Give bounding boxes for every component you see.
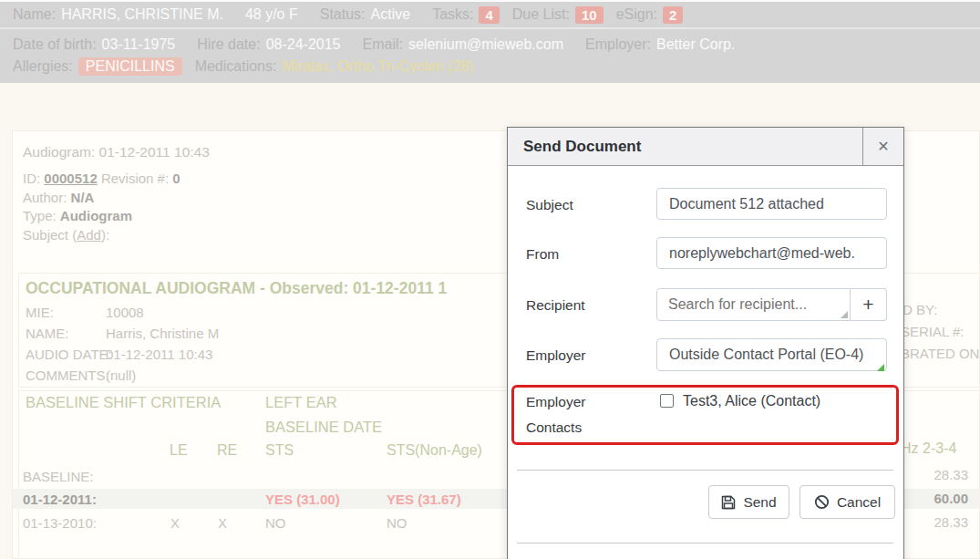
- col-header-le: LE: [170, 442, 188, 459]
- doc-subject-label: Subject (: [23, 227, 77, 243]
- patient-age-sex: 48 y/o F: [245, 6, 298, 23]
- cancel-icon: [814, 494, 830, 510]
- col-header-sts: STS: [265, 442, 294, 459]
- resize-grip-green-icon[interactable]: [877, 364, 884, 371]
- contact-checkbox[interactable]: [660, 394, 674, 408]
- doc-id-link[interactable]: 0000512: [44, 171, 97, 186]
- doc-id-label: ID:: [23, 171, 40, 186]
- from-input[interactable]: [656, 237, 887, 269]
- due-list-count-badge[interactable]: 10: [575, 6, 603, 24]
- col-header-sts-nonage: STS(Non-Age): [387, 442, 482, 459]
- hire-date-label: Hire date:: [197, 36, 260, 53]
- doc-fragment: D BY:: [903, 302, 937, 317]
- doc-author-label: Author:: [23, 190, 67, 205]
- audiogram-row-label: COMMENTS:: [26, 367, 109, 383]
- dob-value: 03-11-1975: [102, 36, 176, 53]
- col-header-re: RE: [217, 442, 237, 459]
- document-meta: ID: 0000512 Revision #: 0 Author: N/A Ty…: [23, 170, 181, 244]
- audiogram-row-value: 10008: [106, 305, 144, 320]
- hire-date-value: 08-24-2015: [266, 36, 341, 53]
- audiogram-row-label: AUDIO DATE:: [26, 347, 112, 362]
- status-label: Status:: [320, 6, 366, 23]
- baseline-row-label: 01-13-2010:: [23, 515, 97, 531]
- recipient-input-group: +: [656, 288, 887, 321]
- baseline-row-sts-nonage: NO: [387, 515, 407, 531]
- send-document-modal: Send Document ✕ Subject From Recipient +…: [507, 127, 904, 559]
- baseline-row-label: BASELINE:: [23, 469, 94, 484]
- recipient-label: Recipient: [526, 297, 585, 314]
- patient-header: Name: HARRIS, CHRISTINE M. 48 y/o F Stat…: [0, 0, 980, 83]
- doc-subject-suffix: ):: [101, 227, 109, 243]
- medications-label: Medications:: [195, 58, 277, 75]
- doc-revision-value: 0: [172, 171, 180, 186]
- baseline-row-hz: 60.00: [904, 491, 968, 506]
- col-header-hz: Hz 2-3-4: [901, 440, 956, 457]
- audiogram-row-value: (null): [106, 367, 136, 383]
- employer-field-label: Employer: [526, 347, 585, 364]
- doc-revision-label: Revision #:: [101, 171, 169, 186]
- email-value: selenium@mieweb.com: [408, 36, 563, 53]
- doc-fragment: SERIAL #:: [901, 324, 964, 339]
- employer-select[interactable]: Outside Contact Portal (EO-4): [656, 338, 887, 371]
- document-title: Audiogram: 01-12-2011 10:43: [23, 144, 210, 160]
- name-label: Name:: [13, 6, 56, 23]
- doc-fragment: BRATED ON: [901, 346, 979, 361]
- save-icon: [721, 495, 736, 510]
- employer-contacts-label: Employer Contacts: [526, 389, 585, 440]
- recipient-search-input[interactable]: [656, 288, 851, 321]
- audiogram-row-label: NAME:: [26, 326, 69, 341]
- baseline-row-sts: YES (31.00): [265, 492, 340, 507]
- patient-name: HARRIS, CHRISTINE M.: [61, 6, 223, 23]
- subject-label: Subject: [526, 197, 573, 213]
- baseline-ear-heading: LEFT EAR: [265, 394, 337, 411]
- allergies-label: Allergies:: [13, 58, 73, 75]
- modal-header: Send Document ✕: [508, 128, 903, 166]
- modal-title: Send Document: [508, 138, 641, 156]
- audiogram-row-label: MIE:: [26, 305, 54, 320]
- baseline-row-hz: 28.33: [904, 467, 968, 482]
- audiogram-row-value: 01-12-2011 10:43: [106, 347, 212, 362]
- status-value: Active: [371, 6, 411, 23]
- esign-count-badge[interactable]: 2: [663, 6, 683, 24]
- allergy-badge[interactable]: PENICILLINS: [78, 57, 182, 76]
- tasks-count-badge[interactable]: 4: [479, 6, 499, 24]
- baseline-date-label: BASELINE DATE: [265, 419, 382, 436]
- doc-subject-add-link[interactable]: Add: [77, 227, 101, 243]
- baseline-row-re: X: [218, 515, 227, 531]
- patient-header-row2: Date of birth: 03-11-1975 Hire date: 08-…: [0, 29, 980, 83]
- tasks-label: Tasks:: [432, 6, 473, 23]
- baseline-row-sts: NO: [265, 515, 286, 531]
- doc-type-label: Type:: [23, 208, 57, 223]
- send-button[interactable]: Send: [708, 485, 789, 519]
- baseline-section-heading: BASELINE SHIFT CRITERIA: [26, 394, 221, 411]
- doc-author-value: N/A: [71, 190, 95, 205]
- subject-input[interactable]: [656, 188, 887, 220]
- divider: [517, 470, 893, 471]
- dob-label: Date of birth:: [13, 36, 97, 53]
- from-label: From: [526, 246, 559, 263]
- baseline-row-sts-nonage: YES (31.67): [387, 492, 461, 507]
- close-icon[interactable]: ✕: [862, 128, 903, 165]
- add-recipient-button[interactable]: +: [851, 288, 887, 321]
- resize-grip-icon[interactable]: [841, 311, 848, 318]
- employer-label: Employer:: [585, 36, 651, 53]
- contact-option-label[interactable]: Test3, Alice (Contact): [683, 393, 820, 409]
- medications-list[interactable]: Miralax, Ortho Tri-Cyclen (28): [282, 58, 473, 75]
- patient-header-row1: Name: HARRIS, CHRISTINE M. 48 y/o F Stat…: [0, 2, 980, 29]
- baseline-row-le: X: [170, 515, 180, 531]
- baseline-row-label: 01-12-2011:: [23, 492, 97, 507]
- esign-label: eSign:: [616, 6, 657, 23]
- baseline-row-hz: 28.33: [904, 514, 968, 530]
- due-list-label: Due List:: [512, 6, 570, 23]
- audiogram-row-value: Harris, Christine M: [106, 326, 219, 341]
- email-label: Email:: [362, 36, 402, 53]
- cancel-button[interactable]: Cancel: [799, 485, 895, 519]
- audiogram-section-heading: OCCUPATIONAL AUDIOGRAM - Observed: 01-12…: [26, 279, 447, 298]
- doc-type-value: Audiogram: [60, 208, 132, 223]
- employer-value: Better Corp.: [656, 36, 735, 53]
- divider: [517, 543, 893, 543]
